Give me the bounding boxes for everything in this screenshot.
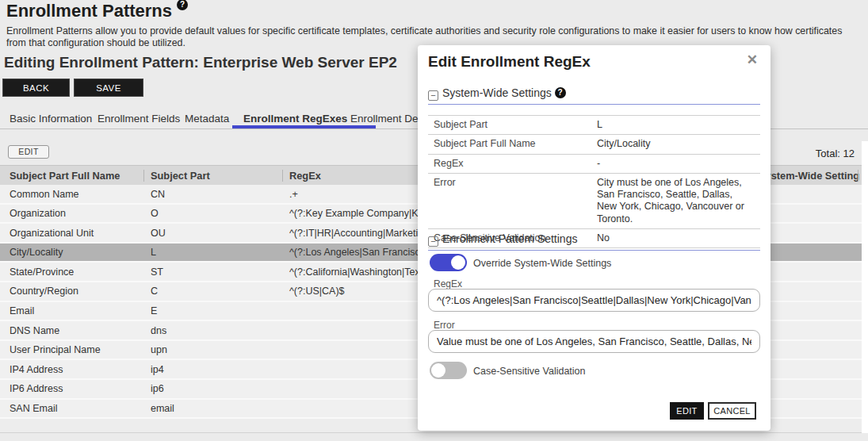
cell-full-name: City/Locality <box>10 247 63 258</box>
cell-full-name: State/Province <box>10 267 74 278</box>
cell-regex: ^(?:IT|HR|Accounting|Marketing| <box>289 228 431 239</box>
page-title: Enrollment Patterns ? <box>6 1 188 21</box>
col-subject-part[interactable]: Subject Part <box>151 170 210 182</box>
tab-enrollment-fields[interactable]: Enrollment Fields <box>98 113 180 125</box>
info-row-subject-part-full-name: Subject Part Full Name City/Locality <box>428 135 760 154</box>
collapse-icon[interactable]: − <box>428 90 438 101</box>
cell-subject-part: O <box>151 208 159 219</box>
cell-subject-part: OU <box>151 228 166 239</box>
cell-subject-part: dns <box>151 325 166 336</box>
info-value: City must be one of Los Angeles, San Fra… <box>597 177 754 225</box>
override-toggle-label: Override System-Wide Settings <box>473 258 611 269</box>
info-value: No <box>597 232 754 244</box>
modal-cancel-button[interactable]: CANCEL <box>708 402 756 420</box>
case-sensitive-toggle-label: Case-Sensitive Validation <box>473 366 586 377</box>
error-input[interactable] <box>428 330 760 353</box>
pattern-section-title: Enrollment Pattern Settings <box>442 232 577 245</box>
column-separator <box>282 170 283 182</box>
cell-full-name: IP6 Address <box>10 383 63 394</box>
col-system-wide-setting[interactable]: System-Wide Setting <box>759 170 859 182</box>
cell-regex: ^(?:California|Washington|Texas <box>289 267 430 278</box>
col-regex[interactable]: RegEx <box>289 170 321 182</box>
cell-regex: ^(?:Key Example Company|Key <box>289 208 429 219</box>
info-value: City/Locality <box>597 138 754 150</box>
error-field-label: Error <box>434 320 455 331</box>
column-separator <box>143 170 144 182</box>
info-row-error: Error City must be one of Los Angeles, S… <box>428 174 760 229</box>
section-underline <box>428 104 760 105</box>
cell-full-name: SAN Email <box>10 403 57 414</box>
info-row-subject-part: Subject Part L <box>428 116 760 135</box>
system-wide-settings-header: −System-Wide Settings ? <box>428 86 566 101</box>
cell-full-name: Organizational Unit <box>10 228 94 239</box>
info-value: L <box>597 119 754 131</box>
tab-enrollment-regexes[interactable]: Enrollment RegExes <box>243 113 347 125</box>
cell-full-name: IP4 Address <box>10 364 63 375</box>
system-settings-help-icon[interactable]: ? <box>555 87 566 98</box>
tab-enrollment-defaults[interactable]: Enrollment De <box>350 113 419 125</box>
cell-full-name: Country/Region <box>10 286 78 297</box>
cell-subject-part: L <box>151 247 156 258</box>
modal-edit-button[interactable]: EDIT <box>670 402 704 420</box>
edit-enrollment-regex-modal: Edit Enrollment RegEx ✕ −System-Wide Set… <box>418 45 770 431</box>
modal-title: Edit Enrollment RegEx <box>428 53 591 71</box>
cell-regex: ^(?:US|CA)$ <box>289 286 345 297</box>
enrollment-patterns-page: Enrollment Patterns ? Enrollment Pattern… <box>0 0 868 441</box>
system-section-title: System-Wide Settings <box>442 86 552 99</box>
cell-regex: .+ <box>289 189 298 200</box>
cell-subject-part: ST <box>151 267 163 278</box>
regex-field-label: RegEx <box>434 278 462 290</box>
collapse-icon[interactable]: − <box>428 236 438 247</box>
info-label: Subject Part <box>428 119 597 131</box>
override-system-wide-toggle[interactable] <box>430 254 467 271</box>
tab-metadata[interactable]: Metadata <box>185 113 229 125</box>
info-label: RegEx <box>428 158 597 170</box>
tab-basic-information[interactable]: Basic Information <box>10 113 92 125</box>
cell-full-name: Common Name <box>10 189 79 200</box>
cell-full-name: Email <box>10 305 34 316</box>
system-settings-table: Subject Part L Subject Part Full Name Ci… <box>428 115 760 248</box>
cell-subject-part: ip4 <box>151 364 164 375</box>
cell-subject-part: C <box>151 286 158 297</box>
cell-subject-part: E <box>151 305 157 316</box>
cell-subject-part: ip6 <box>151 383 164 394</box>
save-button[interactable]: SAVE <box>74 79 143 97</box>
grid-edit-button[interactable]: EDIT <box>8 145 49 159</box>
close-icon[interactable]: ✕ <box>747 52 758 68</box>
col-subject-part-full-name[interactable]: Subject Part Full Name <box>10 170 120 182</box>
toggle-knob <box>451 255 465 270</box>
cell-subject-part: CN <box>151 189 165 200</box>
grid-total-count: Total: 12 <box>816 148 855 159</box>
active-tab-underline <box>232 125 376 128</box>
case-sensitive-toggle[interactable] <box>430 362 467 379</box>
cell-full-name: DNS Name <box>10 325 59 336</box>
regex-input[interactable] <box>428 289 760 312</box>
info-value: - <box>597 158 754 170</box>
editing-pattern-title: Editing Enrollment Pattern: Enterprise W… <box>4 54 397 71</box>
page-title-text: Enrollment Patterns <box>6 1 172 21</box>
info-row-regex: RegEx - <box>428 155 760 174</box>
back-button[interactable]: BACK <box>2 79 70 97</box>
info-label: Subject Part Full Name <box>428 138 597 150</box>
cell-full-name: Organization <box>10 208 66 219</box>
column-separator <box>858 170 858 182</box>
cell-subject-part: upn <box>151 344 167 355</box>
cell-subject-part: email <box>151 403 174 414</box>
cell-full-name: User Principal Name <box>10 344 101 355</box>
section-underline <box>428 250 760 251</box>
info-label: Error <box>428 177 597 225</box>
page-help-icon[interactable]: ? <box>177 0 188 10</box>
right-gutter <box>862 141 868 433</box>
toggle-knob <box>431 363 445 378</box>
enrollment-pattern-settings-header: −Enrollment Pattern Settings <box>428 232 577 247</box>
